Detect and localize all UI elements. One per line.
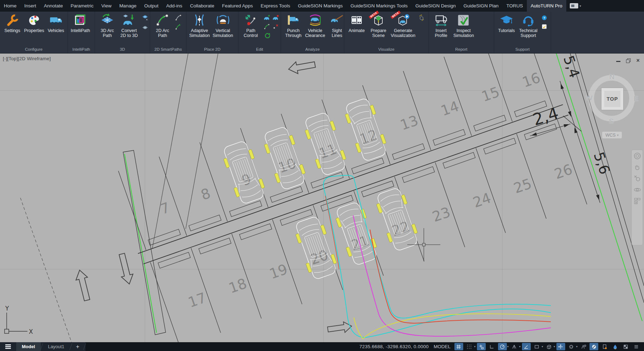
menu-tab-featured-apps[interactable]: Featured Apps: [218, 0, 257, 12]
layout-menu-icon[interactable]: [0, 342, 16, 351]
selection-cycling-icon[interactable]: [533, 343, 541, 350]
snap-settings-icon[interactable]: [567, 343, 576, 350]
menu-bar: HomeInsertAnnotateParametricViewManageOu…: [0, 0, 644, 12]
settings-button[interactable]: Settings: [2, 12, 23, 33]
viewcube-north[interactable]: N: [609, 73, 614, 81]
hardware-acceleration-icon[interactable]: [589, 343, 598, 350]
mesh-down-icon[interactable]: [141, 23, 149, 30]
help-icon[interactable]: ?: [540, 14, 548, 21]
inspect-simulation-button[interactable]: InspectSimulation: [452, 12, 475, 38]
drawing-viewport[interactable]: 78910111213141516171819202122232425265,4…: [0, 54, 644, 342]
sight-lines-button[interactable]: SightLines: [326, 12, 347, 38]
menu-tab-view[interactable]: View: [97, 0, 115, 12]
chevron-down-icon[interactable]: ▾: [474, 345, 476, 348]
menu-tab-collaborate[interactable]: Collaborate: [186, 0, 218, 12]
menu-tab-home[interactable]: Home: [0, 0, 20, 12]
tutorials-button[interactable]: Tutorials: [496, 12, 517, 33]
viewport-controls-label[interactable]: [-][Top][2D Wireframe]: [3, 56, 51, 61]
zoom-icon[interactable]: [633, 175, 641, 182]
restore-icon[interactable]: [626, 58, 631, 63]
convert-2d-to-3d-button[interactable]: Convert2D to 3D: [119, 12, 140, 38]
menu-tab-parametric[interactable]: Parametric: [67, 0, 97, 12]
isometric-drafting-icon[interactable]: [510, 343, 519, 350]
arc-small-2-icon[interactable]: [174, 23, 182, 30]
infer-constraints-icon[interactable]: [477, 343, 486, 350]
menu-tab-manage[interactable]: Manage: [115, 0, 140, 12]
ortho-mode-icon[interactable]: [487, 343, 496, 350]
refresh-scene-icon[interactable]: [418, 14, 426, 21]
chevron-down-icon[interactable]: ▾: [507, 345, 509, 348]
remove-point-icon[interactable]: [272, 23, 279, 30]
send-feedback-icon[interactable]: [540, 23, 548, 30]
path-control-button[interactable]: PathControl: [240, 12, 261, 38]
color-theme-icon[interactable]: [611, 343, 619, 350]
insert-profile-button[interactable]: InsertProfile: [431, 12, 452, 38]
properties-button[interactable]: Properties: [24, 12, 45, 33]
workspace-thumbnail-dropdown[interactable]: ▾: [570, 0, 581, 12]
add-arc-icon[interactable]: [263, 23, 270, 30]
menu-tab-autoturn-pro[interactable]: AutoTURN Pro: [527, 0, 566, 12]
customization-icon[interactable]: [632, 343, 640, 350]
layout-tab-layout1[interactable]: Layout1: [43, 342, 70, 351]
regenerate-icon[interactable]: [263, 31, 270, 39]
menu-tab-annotate[interactable]: Annotate: [40, 0, 67, 12]
thumbnail-icon: [570, 3, 578, 8]
3d-arc-path-button[interactable]: 3D ArcPath: [97, 12, 118, 38]
viewcube[interactable]: N W E S TOP WCS▾: [582, 71, 642, 142]
generate-visualization-button[interactable]: BETAGenerateVisualization: [390, 12, 416, 38]
osnap-3d-icon[interactable]: [544, 343, 553, 350]
orbit-icon[interactable]: [633, 186, 641, 194]
ribbon-panel-visualize: AnimateBETAPrepareSceneBETAGenerateVisua…: [344, 12, 429, 53]
2d-arc-path-button[interactable]: 2D ArcPath: [152, 12, 173, 38]
menu-tab-guidesign-markings[interactable]: GuideSIGN Markings: [294, 0, 347, 12]
animate-button[interactable]: Animate: [346, 12, 367, 33]
chevron-down-icon[interactable]: ▾: [519, 345, 521, 348]
arc-small-icon[interactable]: [174, 14, 182, 21]
grid-display-icon[interactable]: [454, 343, 463, 350]
punch-through-button[interactable]: PunchThrough: [283, 12, 304, 38]
plot-status-icon[interactable]: [600, 343, 609, 350]
technical-support-button[interactable]: TechnicalSupport: [518, 12, 539, 38]
angle-override-icon[interactable]: [522, 343, 531, 350]
menu-tab-guidesign-design[interactable]: GuideSIGN Design: [412, 0, 460, 12]
viewcube-east[interactable]: E: [633, 94, 638, 103]
menu-tab-guidesign-plan[interactable]: GuideSIGN Plan: [460, 0, 503, 12]
clean-screen-icon[interactable]: [621, 343, 630, 350]
chevron-down-icon[interactable]: ▾: [542, 345, 543, 348]
remove-vehicle-icon[interactable]: [272, 14, 279, 21]
object-snap-tracking-icon[interactable]: [556, 343, 565, 350]
chevron-down-icon[interactable]: ▾: [576, 345, 578, 348]
snap-mode-icon[interactable]: [465, 343, 474, 350]
adaptive-simulation-button[interactable]: AdaptiveSimulation: [188, 12, 211, 38]
new-layout-button[interactable]: +: [72, 342, 84, 351]
menu-tab-add-ins[interactable]: Add-ins: [162, 0, 186, 12]
viewcube-top-face[interactable]: TOP: [601, 88, 624, 110]
viewcube-south[interactable]: S: [609, 117, 614, 125]
navigation-bar[interactable]: [631, 150, 643, 245]
vehicles-button[interactable]: Vehicles: [45, 12, 66, 33]
mesh-up-icon[interactable]: [141, 14, 149, 21]
show-motion-icon[interactable]: [633, 197, 641, 205]
viewcube-west[interactable]: W: [586, 94, 593, 102]
parking-lot-drawing[interactable]: 78910111213141516171819202122232425265,4…: [0, 54, 644, 342]
minimize-icon[interactable]: [616, 58, 621, 63]
add-vehicle-icon[interactable]: [263, 14, 270, 21]
menu-tab-express-tools[interactable]: Express Tools: [257, 0, 294, 12]
close-icon[interactable]: ×: [636, 58, 640, 63]
layout-tab-model[interactable]: Model: [16, 342, 41, 351]
polar-tracking-icon[interactable]: [498, 343, 507, 350]
navigation-wheel-icon[interactable]: [633, 152, 641, 160]
prepare-scene-button[interactable]: BETAPrepareScene: [368, 12, 389, 38]
chevron-down-icon[interactable]: ▾: [554, 345, 555, 348]
wcs-dropdown[interactable]: WCS▾: [602, 132, 622, 138]
annotation-visibility-icon[interactable]: [579, 343, 588, 350]
model-space-badge[interactable]: MODEL: [434, 344, 451, 349]
intellipath-button[interactable]: IntelliPath: [70, 12, 91, 33]
vertical-simulation-button[interactable]: VerticalSimulation: [211, 12, 234, 38]
pan-icon[interactable]: [633, 163, 641, 171]
menu-tab-guidesign-markings-tools[interactable]: GuideSIGN Markings Tools: [346, 0, 412, 12]
menu-tab-output[interactable]: Output: [140, 0, 162, 12]
vehicle-clearance-button[interactable]: VehicleClearance: [305, 12, 326, 38]
menu-tab-torus[interactable]: TORUS: [503, 0, 527, 12]
menu-tab-insert[interactable]: Insert: [20, 0, 40, 12]
